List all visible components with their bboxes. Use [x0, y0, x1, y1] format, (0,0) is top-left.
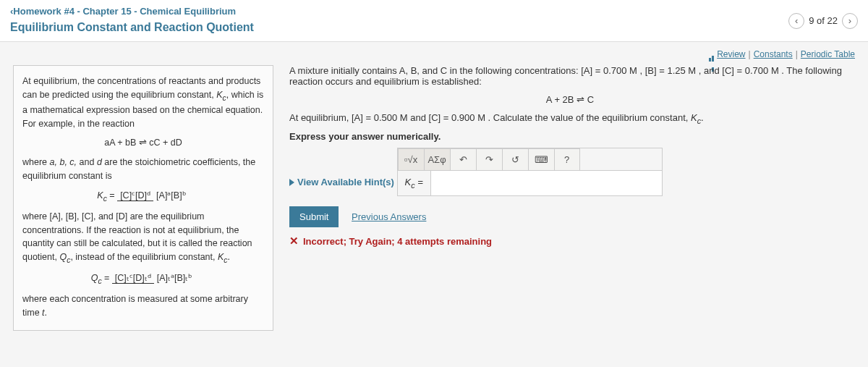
express-instruction: Express your answer numerically. — [289, 131, 851, 142]
page-title: Equilibrium Constant and Reaction Quotie… — [10, 21, 858, 34]
prev-button[interactable]: ‹ — [788, 13, 804, 29]
back-link[interactable]: ‹Homework #4 - Chapter 15 - Chemical Equ… — [10, 6, 858, 17]
triangle-right-icon — [289, 179, 294, 186]
question-panel: A mixture initially contains A, B, and C… — [285, 65, 855, 331]
keyboard-button[interactable]: ⌨ — [528, 148, 554, 170]
help-button[interactable]: ? — [554, 148, 580, 170]
theory-p4: where each concentration is measured at … — [22, 292, 264, 320]
top-links: Review|Constants|Periodic Table — [0, 42, 868, 59]
review-link[interactable]: Review — [717, 49, 745, 59]
symbols-tool[interactable]: ΑΣφ — [424, 148, 450, 170]
hints-toggle[interactable]: View Available Hint(s) — [289, 177, 394, 187]
undo-button[interactable]: ↶ — [450, 148, 476, 170]
reset-button[interactable]: ↺ — [502, 148, 528, 170]
theory-p3: where [A], [B], [C], and [D] are the equ… — [22, 210, 264, 266]
theory-panel: At equilibrium, the concentrations of re… — [13, 65, 273, 331]
action-row: Submit Previous Answers — [289, 206, 851, 227]
answer-input[interactable] — [430, 171, 662, 195]
answer-toolbar: ▫√x ΑΣφ ↶ ↷ ↺ ⌨ ? — [398, 148, 662, 170]
theory-p1: At equilibrium, the concentrations of re… — [22, 75, 264, 130]
header: ‹Homework #4 - Chapter 15 - Chemical Equ… — [0, 0, 868, 42]
constants-link[interactable]: Constants — [754, 49, 793, 59]
answer-box: ▫√x ΑΣφ ↶ ↷ ↺ ⌨ ? Kc = — [397, 148, 663, 196]
equilibrium-info: At equilibrium, [A] = 0.500 M and [C] = … — [289, 112, 851, 125]
kc-formula: Kc = [C]ᶜ[D]ᵈ[A]ᵃ[B]ᵇ — [22, 189, 264, 204]
previous-answers-link[interactable]: Previous Answers — [352, 211, 426, 222]
bars-icon — [707, 51, 715, 58]
pager-label: 9 of 22 — [809, 15, 838, 26]
submit-button[interactable]: Submit — [289, 206, 339, 227]
periodic-link[interactable]: Periodic Table — [801, 49, 855, 59]
qc-formula: Qc = [C]ₜᶜ[D]ₜᵈ[A]ₜᵃ[B]ₜᵇ — [22, 271, 264, 287]
equation-1: aA + bB ⇌ cC + dD — [22, 136, 264, 150]
redo-button[interactable]: ↷ — [476, 148, 502, 170]
answer-label: Kc = — [398, 177, 430, 190]
back-link-text: Homework #4 - Chapter 15 - Chemical Equi… — [13, 6, 236, 17]
next-button[interactable]: › — [842, 13, 858, 29]
pager: ‹ 9 of 22 › — [788, 13, 858, 29]
template-tool[interactable]: ▫√x — [398, 148, 424, 170]
theory-p2: where a, b, c, and d are the stoichiomet… — [22, 156, 264, 183]
reaction-equation: A + 2B ⇌ C — [289, 94, 851, 105]
incorrect-x-icon: ✕ — [289, 235, 299, 247]
answer-input-row: Kc = — [398, 170, 662, 195]
feedback-message: ✕Incorrect; Try Again; 4 attempts remain… — [289, 235, 851, 248]
main: At equilibrium, the concentrations of re… — [0, 59, 868, 344]
question-intro: A mixture initially contains A, B, and C… — [289, 65, 851, 87]
